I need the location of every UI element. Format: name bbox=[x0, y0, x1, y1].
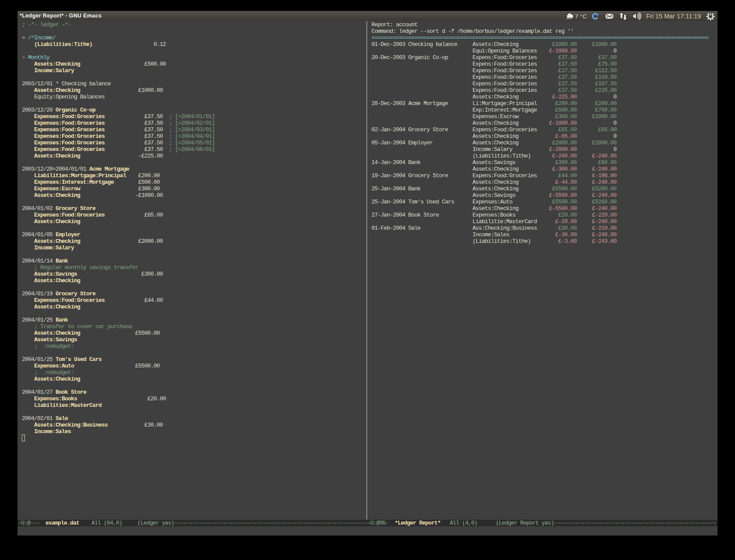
svg-text:Fri 15 Mar 17:11:19: Fri 15 Mar 17:11:19 bbox=[646, 13, 701, 20]
svg-text:7 °C: 7 °C bbox=[575, 13, 587, 20]
